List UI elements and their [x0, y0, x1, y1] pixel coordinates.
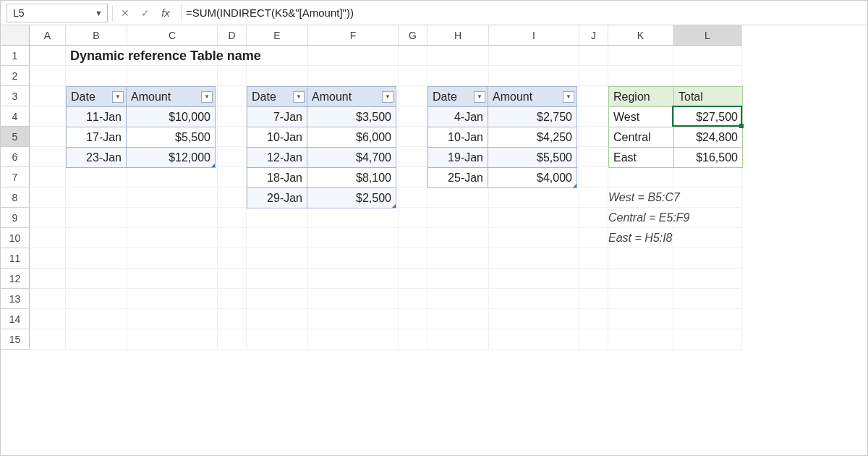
cell-A10[interactable]: [30, 228, 66, 248]
cell-A14[interactable]: [30, 309, 66, 329]
cell-I9[interactable]: [489, 208, 579, 228]
cell-G12[interactable]: [399, 269, 427, 289]
cell-H1[interactable]: [427, 46, 489, 66]
column-header-H[interactable]: H: [427, 25, 489, 46]
summary-header[interactable]: Total: [674, 87, 743, 107]
cell-G9[interactable]: [399, 208, 427, 228]
row-header-3[interactable]: 3: [1, 86, 30, 106]
row-header-12[interactable]: 12: [1, 269, 30, 289]
cell-amount[interactable]: $12,000: [127, 148, 216, 168]
cell-I8[interactable]: [489, 187, 579, 208]
row-header-7[interactable]: 7: [1, 167, 30, 187]
cell-E14[interactable]: [247, 309, 308, 329]
cell-G8[interactable]: [399, 187, 427, 208]
cell-A15[interactable]: [30, 329, 66, 350]
column-header-K[interactable]: K: [608, 25, 673, 46]
cell-J4[interactable]: [579, 106, 608, 127]
cell-J6[interactable]: [579, 147, 608, 167]
cell-date[interactable]: 25-Jan: [428, 168, 488, 188]
cell-amount[interactable]: $4,250: [488, 127, 577, 148]
filter-icon[interactable]: ▼: [563, 91, 574, 103]
column-header[interactable]: Date▼: [67, 87, 127, 107]
cell-K1[interactable]: [608, 46, 673, 66]
cell-G5[interactable]: [399, 127, 427, 147]
cell-K13[interactable]: [608, 289, 673, 309]
cell-D4[interactable]: [218, 106, 247, 127]
cell-B9[interactable]: [66, 208, 127, 228]
row-header-11[interactable]: 11: [1, 248, 30, 269]
cell-J12[interactable]: [579, 269, 608, 289]
cell-D3[interactable]: [218, 86, 247, 106]
cell-B7[interactable]: [66, 167, 127, 187]
row-header-9[interactable]: 9: [1, 208, 30, 228]
cell-H10[interactable]: [427, 228, 489, 248]
table-corner-icon[interactable]: [392, 204, 396, 208]
cell-date[interactable]: 17-Jan: [67, 127, 127, 148]
cell-K12[interactable]: [608, 269, 673, 289]
cell-amount[interactable]: $10,000: [127, 107, 216, 127]
cell-K11[interactable]: [608, 248, 673, 269]
cell-H11[interactable]: [427, 248, 489, 269]
cell-I2[interactable]: [489, 66, 579, 86]
cell-region[interactable]: Central: [609, 127, 674, 148]
cell-date[interactable]: 19-Jan: [428, 148, 488, 168]
cell-A5[interactable]: [30, 127, 66, 147]
table-corner-icon[interactable]: [573, 184, 576, 187]
cell-F10[interactable]: [308, 228, 399, 248]
cell-C14[interactable]: [127, 309, 218, 329]
cell-F12[interactable]: [308, 269, 399, 289]
row-header-4[interactable]: 4: [1, 106, 30, 127]
cell-A7[interactable]: [30, 167, 66, 187]
cell-C2[interactable]: [127, 66, 218, 86]
column-header-B[interactable]: B: [66, 25, 127, 46]
cell-H8[interactable]: [427, 187, 489, 208]
cell-A12[interactable]: [30, 269, 66, 289]
cell-B13[interactable]: [66, 289, 127, 309]
cell-G3[interactable]: [399, 86, 427, 106]
filter-icon[interactable]: ▼: [474, 91, 485, 103]
column-header-D[interactable]: D: [218, 25, 247, 46]
cell-D8[interactable]: [218, 187, 247, 208]
column-header-E[interactable]: E: [247, 25, 308, 46]
summary-header[interactable]: Region: [609, 87, 674, 107]
cell-L15[interactable]: [673, 329, 742, 350]
cell-G11[interactable]: [399, 248, 427, 269]
cell-I10[interactable]: [489, 228, 579, 248]
cell-date[interactable]: 10-Jan: [247, 127, 307, 148]
cell-J2[interactable]: [579, 66, 608, 86]
cell-D11[interactable]: [218, 248, 247, 269]
row-header-15[interactable]: 15: [1, 329, 30, 350]
cell-G13[interactable]: [399, 289, 427, 309]
fx-icon[interactable]: fx: [158, 5, 174, 21]
table-corner-icon[interactable]: [211, 164, 215, 167]
column-header-A[interactable]: A: [30, 25, 66, 46]
cell-H2[interactable]: [427, 66, 489, 86]
cell-C7[interactable]: [127, 167, 218, 187]
cell-amount[interactable]: $5,500: [488, 148, 577, 168]
cell-G14[interactable]: [399, 309, 427, 329]
cell-amount[interactable]: $2,750: [488, 107, 577, 127]
cell-L14[interactable]: [673, 309, 742, 329]
cell-amount[interactable]: $8,100: [307, 168, 396, 188]
cell-date[interactable]: 7-Jan: [247, 107, 307, 127]
cell-F14[interactable]: [308, 309, 399, 329]
cell-K14[interactable]: [608, 309, 673, 329]
filter-icon[interactable]: ▼: [201, 91, 213, 103]
cell-I14[interactable]: [489, 309, 579, 329]
cell-C13[interactable]: [127, 289, 218, 309]
cell-total[interactable]: $27,500: [674, 107, 743, 127]
cell-K15[interactable]: [608, 329, 673, 350]
cell-L1[interactable]: [673, 46, 742, 66]
cell-L2[interactable]: [673, 66, 742, 86]
column-header[interactable]: Date▼: [428, 87, 488, 107]
cell-region[interactable]: East: [609, 148, 674, 168]
cell-I13[interactable]: [489, 289, 579, 309]
cell-H14[interactable]: [427, 309, 489, 329]
cell-E13[interactable]: [247, 289, 308, 309]
column-header-I[interactable]: I: [489, 25, 579, 46]
row-header-14[interactable]: 14: [1, 309, 30, 329]
cell-F2[interactable]: [308, 66, 399, 86]
cell-I15[interactable]: [489, 329, 579, 350]
cell-F15[interactable]: [308, 329, 399, 350]
cell-C10[interactable]: [127, 228, 218, 248]
